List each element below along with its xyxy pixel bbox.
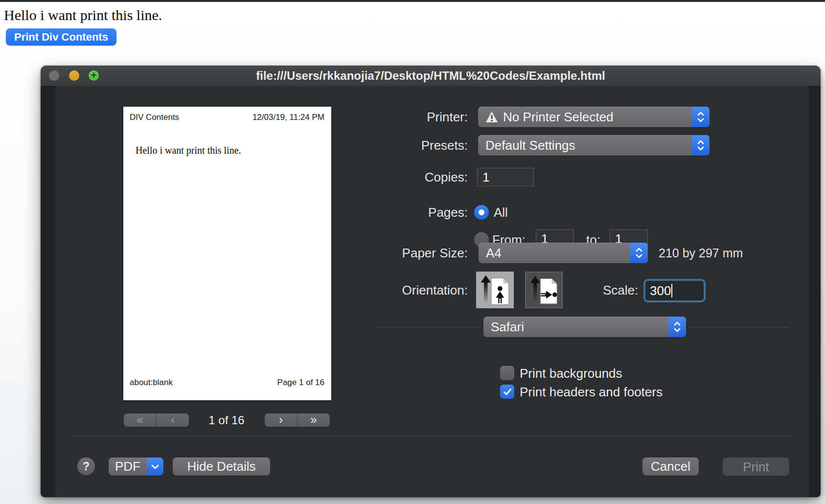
portrait-orientation-button[interactable] xyxy=(476,272,514,308)
pagination-forward-group: › » xyxy=(265,413,330,427)
settings-section-dropdown[interactable]: Safari xyxy=(483,317,686,337)
window-titlebar: + file:///Users/rkkanojia7/Desktop/HTML%… xyxy=(41,66,821,87)
portrait-orientation-icon xyxy=(476,272,514,308)
last-page-button[interactable]: » xyxy=(297,413,330,427)
preview-footer-url: about:blank xyxy=(130,378,173,388)
print-dialog-sheet: DIV Contents 12/03/19, 11:24 PM Hello i … xyxy=(55,86,809,497)
checkmark-icon xyxy=(502,387,513,397)
print-div-contents-button[interactable]: Print Div Contents xyxy=(6,28,116,46)
print-headers-footers-checkbox[interactable] xyxy=(500,385,514,399)
cancel-button[interactable]: Cancel xyxy=(642,458,699,476)
previous-page-button[interactable]: ‹ xyxy=(156,413,189,427)
print-button[interactable]: Print xyxy=(723,458,789,476)
print-backgrounds-label: Print backgrounds xyxy=(520,366,622,381)
preview-body-text: Hello i want print this line. xyxy=(136,145,241,156)
printer-dropdown[interactable]: No Printer Selected xyxy=(478,107,710,127)
pages-all-label: All xyxy=(494,204,508,221)
chevron-up-down-icon xyxy=(630,243,648,263)
preview-header-title: DIV Contents xyxy=(130,113,179,122)
presets-label: Presets: xyxy=(421,137,468,154)
print-preview-page: DIV Contents 12/03/19, 11:24 PM Hello i … xyxy=(123,107,331,400)
screen-top-bar xyxy=(0,0,825,2)
chevron-up-down-icon xyxy=(692,135,710,156)
pages-all-radio[interactable] xyxy=(474,205,489,220)
section-divider-right xyxy=(689,327,789,327)
page-indicator: 1 of 16 xyxy=(195,413,258,427)
pages-label: Pages: xyxy=(428,204,468,221)
web-page-heading: Hello i want print this line. xyxy=(4,7,162,23)
help-button[interactable]: ? xyxy=(77,458,95,475)
pdf-label: PDF xyxy=(109,458,147,476)
landscape-orientation-icon xyxy=(526,273,562,307)
next-page-button[interactable]: › xyxy=(265,413,297,427)
print-headers-footers-label: Print headers and footers xyxy=(520,385,663,399)
text-cursor xyxy=(671,284,672,298)
paper-size-label: Paper Size: xyxy=(402,245,468,261)
chevron-up-down-icon xyxy=(668,317,686,337)
presets-dropdown[interactable]: Default Settings xyxy=(478,135,710,156)
preview-header-date: 12/03/19, 11:24 PM xyxy=(252,113,324,122)
settings-section-value: Safari xyxy=(491,320,524,335)
scale-input[interactable]: 300 xyxy=(643,279,706,302)
copies-input[interactable] xyxy=(477,168,534,186)
copies-label: Copies: xyxy=(425,169,468,185)
bottom-bar-divider xyxy=(73,436,790,436)
chevron-up-down-icon xyxy=(692,107,710,127)
chevron-down-icon xyxy=(147,458,163,476)
print-backgrounds-checkbox[interactable] xyxy=(500,366,514,380)
paper-size-dropdown[interactable]: A4 xyxy=(479,243,648,263)
printer-label: Printer: xyxy=(427,109,468,125)
browser-window: + file:///Users/rkkanojia7/Desktop/HTML%… xyxy=(41,66,821,497)
printer-value: No Printer Selected xyxy=(503,110,613,125)
orientation-label: Orientation: xyxy=(402,282,468,298)
window-title: file:///Users/rkkanojia7/Desktop/HTML%20… xyxy=(41,66,821,86)
scale-label: Scale: xyxy=(603,282,638,298)
paper-size-dimensions: 210 by 297 mm xyxy=(659,245,743,261)
first-page-button[interactable]: « xyxy=(124,413,156,427)
preview-footer-page: Page 1 of 16 xyxy=(277,378,324,388)
section-divider-left xyxy=(377,327,480,327)
scale-value: 300 xyxy=(650,283,671,298)
presets-value: Default Settings xyxy=(485,138,575,153)
hide-details-button[interactable]: Hide Details xyxy=(173,458,270,476)
screen: Hello i want print this line. Print Div … xyxy=(0,0,825,504)
warning-icon xyxy=(485,111,498,123)
landscape-orientation-button[interactable] xyxy=(525,272,563,308)
paper-size-value: A4 xyxy=(486,246,502,261)
pagination-back-group: « ‹ xyxy=(124,413,189,427)
pdf-menu-button[interactable]: PDF xyxy=(109,458,163,476)
